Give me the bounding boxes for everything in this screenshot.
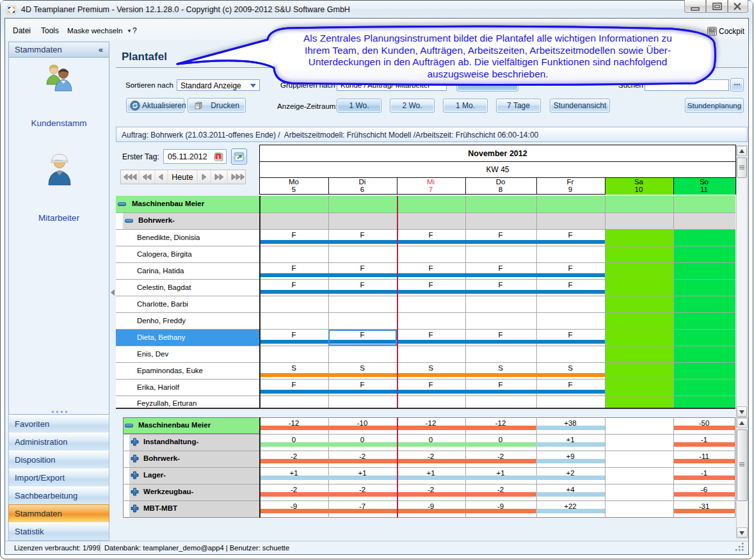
svg-text:1: 1 bbox=[217, 154, 220, 160]
svg-text:Unterdeckungen in den Aufträge: Unterdeckungen in den Aufträgen ab. Die … bbox=[309, 56, 667, 67]
svg-text:Ihrem Team, den Kunden, Aufträ: Ihrem Team, den Kunden, Aufträgen, Arbei… bbox=[305, 45, 671, 56]
svg-text:Als Zentrales Planungsinstrume: Als Zentrales Planungsinstrument bildet … bbox=[303, 33, 672, 44]
svg-text:Heute: Heute bbox=[172, 173, 193, 182]
svg-text:auszugsweise beschrieben.: auszugsweise beschrieben. bbox=[427, 68, 548, 79]
